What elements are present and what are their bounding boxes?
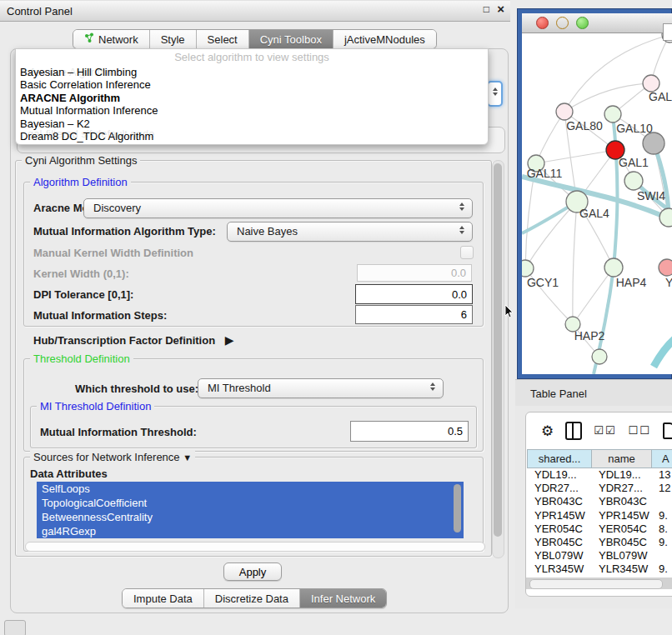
column-header-a[interactable]: A	[651, 449, 672, 468]
table-panel-titlebar: Table Panel	[515, 379, 672, 407]
zoom-traffic-light[interactable]	[576, 17, 589, 29]
network-canvas[interactable]: GALGAL80GAL10GAL1GAL11SWI4GAL4GCY1HAP4YH…	[522, 33, 672, 374]
table-cell: YPR145W	[592, 509, 652, 522]
tab-infer-network[interactable]: Infer Network	[300, 589, 386, 608]
data-attributes-list: SelfLoopsTopologicalCoefficientBetweenne…	[37, 482, 464, 539]
algorithm-option-basic-correlation-inference[interactable]: Basic Correlation Inference	[16, 78, 488, 91]
column-header-shared[interactable]: shared...	[527, 449, 592, 468]
mi-threshold-group-title: MI Threshold Definition	[37, 400, 154, 412]
dpi-tolerance-field[interactable]	[355, 284, 473, 304]
combo-arrows-icon	[430, 382, 436, 391]
table-cell: YDL19...	[592, 468, 652, 482]
mi-steps-label: Mutual Information Steps:	[33, 309, 167, 322]
threshold-definition-title: Threshold Definition	[30, 352, 133, 365]
unchecked-columns-icon[interactable]: ☐☐	[629, 424, 651, 437]
node-label-gcy1: GCY1	[527, 276, 559, 289]
tab-discretize-data[interactable]: Discretize Data	[204, 589, 300, 608]
kernel-width-field	[357, 264, 472, 282]
node-label-y: Y	[665, 276, 672, 289]
table-toolbar: ⚙ ☑☑ ☐☐	[526, 412, 672, 448]
minimize-traffic-light[interactable]	[556, 17, 569, 29]
table-body: YDL19...YDL19...13YDR27...YDR27...12YBR0…	[528, 468, 672, 590]
table-row[interactable]: YBL079WYBL079W	[528, 549, 672, 562]
tab-cyni-toolbox[interactable]: Cyni Toolbox	[249, 30, 333, 48]
node-label-swi4: SWI4	[637, 189, 665, 202]
network-node-gal[interactable]	[643, 75, 659, 92]
table-cell: 8.	[652, 522, 672, 536]
network-window-titlebar	[522, 13, 672, 33]
apply-button[interactable]: Apply	[223, 562, 282, 581]
aracne-mode-combo[interactable]: Discovery	[83, 198, 473, 218]
network-node-y[interactable]	[659, 259, 672, 276]
checked-columns-icon[interactable]: ☑☑	[594, 424, 616, 437]
sources-title-text: Sources for Network Inference	[33, 451, 180, 463]
mi-type-value: Naive Bayes	[237, 225, 298, 238]
mi-steps-field[interactable]	[355, 305, 473, 324]
table-cell: YBR045C	[528, 536, 592, 549]
sources-group-title[interactable]: Sources for Network Inference ▼	[30, 451, 195, 463]
table-row[interactable]: YDR27...YDR27...12	[528, 482, 672, 495]
table-cell: YBL079W	[528, 549, 592, 562]
close-window-button[interactable]: ×	[497, 2, 504, 16]
node-label-gal80: GAL80	[566, 119, 603, 132]
mi-type-combo[interactable]: Naive Bayes	[227, 222, 473, 242]
node-label-gal10: GAL10	[616, 122, 653, 135]
tab-select[interactable]: Select	[197, 30, 249, 48]
attribute-item-selfloops[interactable]: SelfLoops	[37, 482, 464, 496]
algorithm-option-mutual-information-inference[interactable]: Mutual Information Inference	[16, 104, 488, 117]
minimized-panel-button[interactable]	[4, 620, 26, 635]
table-cell: YER054C	[592, 522, 652, 536]
table-row[interactable]: YPR145WYPR145W9.	[528, 509, 672, 522]
network-node-gal80[interactable]	[556, 103, 573, 120]
tab-jactivemnodules[interactable]: jActiveMNodules	[333, 30, 436, 48]
column-header-name[interactable]: name	[591, 449, 652, 468]
network-node[interactable]	[592, 349, 607, 364]
node-label-gal: GAL	[649, 90, 672, 103]
tab-impute-data[interactable]: Impute Data	[123, 589, 204, 608]
algorithm-option-bayesian-k2[interactable]: Bayesian – K2	[16, 118, 488, 130]
attribute-item-gal4rgexp[interactable]: gal4RGexp	[37, 524, 464, 538]
kernel-width-label: Kernel Width (0,1):	[33, 268, 129, 280]
algorithm-option-dream8-dc-tdc-algorithm[interactable]: Dream8 DC_TDC Algorithm	[16, 130, 488, 142]
manual-kernel-checkbox	[460, 246, 474, 259]
algorithm-dropdown-popup: Inference Algorithm gal-filtered sif def…	[15, 48, 489, 145]
network-node[interactable]	[643, 132, 664, 154]
data-attributes-label: Data Attributes	[30, 468, 108, 480]
focused-combo-fragment	[487, 81, 503, 107]
table-cell: YLR345W	[528, 562, 592, 576]
mi-threshold-field[interactable]	[350, 421, 469, 442]
attribute-item-betweennesscentrality[interactable]: BetweennessCentrality	[37, 510, 464, 524]
algorithm-option-aracne-algorithm[interactable]: ARACNE Algorithm	[16, 92, 488, 104]
table-row[interactable]: YDL19...YDL19...13	[528, 468, 672, 482]
tab-style[interactable]: Style	[150, 30, 197, 48]
network-node-hap4[interactable]	[604, 258, 623, 277]
hub-definition-disclosure[interactable]: Hub/Transcription Factor Definition ▶	[33, 333, 234, 347]
table-row[interactable]: YBR045CYBR045C9.	[528, 536, 672, 549]
attributes-scrollbar-thumb[interactable]	[454, 484, 461, 532]
mouse-cursor	[504, 305, 514, 320]
document-icon[interactable]	[663, 422, 672, 439]
which-threshold-combo[interactable]: MI Threshold	[198, 378, 444, 398]
table-hscrollbar-thumb[interactable]	[529, 579, 663, 589]
tab-network[interactable]: Network	[73, 30, 150, 48]
network-tool-fragment	[663, 23, 672, 41]
close-traffic-light[interactable]	[536, 17, 549, 29]
algorithm-option-bayesian-hill-climbing[interactable]: Bayesian – Hill Climbing	[16, 66, 488, 78]
table-row[interactable]: YER054CYER054C8.	[528, 522, 672, 536]
network-node-gal10[interactable]	[604, 106, 621, 122]
gear-icon[interactable]: ⚙	[541, 422, 554, 439]
column-view-icon[interactable]	[565, 422, 582, 440]
table-header-row: shared...nameA	[528, 449, 672, 468]
node-label-gal11: GAL11	[527, 167, 563, 180]
attributes-hscrollbar[interactable]	[25, 542, 485, 552]
attribute-item-topologicalcoefficient[interactable]: TopologicalCoefficient	[37, 496, 464, 510]
network-node[interactable]	[659, 208, 672, 227]
network-node-swi4[interactable]	[624, 172, 643, 190]
table-window: ⚙ ☑☑ ☐☐ shared...nameA YDL19...YDL19...1…	[525, 412, 672, 597]
mi-threshold-label: Mutual Information Threshold:	[40, 426, 197, 438]
float-window-button[interactable]: □	[484, 3, 489, 15]
network-node-gcy1[interactable]	[522, 260, 534, 277]
settings-scrollbar-thumb[interactable]	[494, 163, 502, 537]
table-row[interactable]: YBR043CYBR043C	[528, 495, 672, 508]
table-row[interactable]: YLR345WYLR345W9.	[528, 562, 672, 576]
